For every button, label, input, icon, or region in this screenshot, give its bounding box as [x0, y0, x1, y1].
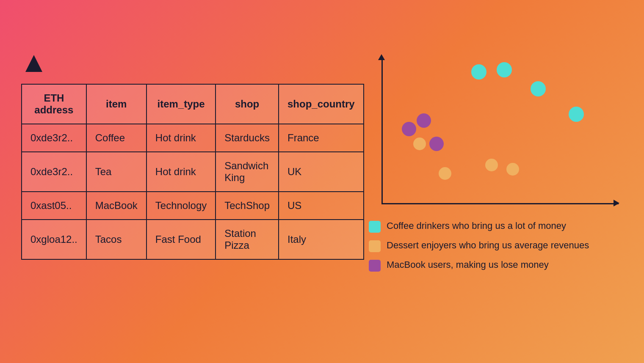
cell-r3-c4: Italy: [279, 220, 364, 259]
cell-r2-c1: MacBook: [86, 192, 146, 220]
table-row: 0xgloa12..TacosFast FoodStation PizzaIta…: [22, 220, 364, 259]
legend-color-1: [369, 240, 381, 252]
col-header-shop: shop: [216, 84, 279, 124]
scatter-dot-cyan-0: [471, 64, 486, 80]
cell-r2-c4: US: [279, 192, 364, 220]
col-header-item-type: item_type: [146, 84, 216, 124]
scatter-dot-orange-7: [506, 163, 519, 176]
cell-r0-c4: France: [279, 124, 364, 152]
scatter-dot-cyan-3: [569, 107, 584, 122]
x-axis-arrow: [614, 200, 619, 206]
cell-r3-c3: Station Pizza: [216, 220, 279, 259]
cell-r3-c1: Tacos: [86, 220, 146, 259]
table-row: 0xde3r2..TeaHot drinkSandwich KingUK: [22, 152, 364, 192]
table-row: 0xde3r2..CoffeeHot drinkStarducksFrance: [22, 124, 364, 152]
legend-color-0: [369, 221, 381, 233]
scatter-dot-purple-8: [402, 122, 416, 136]
legend-label-2: MacBook users, making us lose money: [387, 259, 549, 271]
cell-r2-c0: 0xast05..: [22, 192, 86, 220]
page-title: [0, 0, 644, 17]
cell-r1-c3: Sandwich King: [216, 152, 279, 192]
cell-r0-c0: 0xde3r2..: [22, 124, 86, 152]
col-header-item: item: [86, 84, 146, 124]
legend-item-2: MacBook users, making us lose money: [369, 259, 631, 272]
x-axis: [381, 203, 619, 204]
data-table: ETH address item item_type shop shop_cou…: [21, 84, 364, 260]
cell-r1-c4: UK: [279, 152, 364, 192]
cell-r1-c1: Tea: [86, 152, 146, 192]
scatter-dot-orange-4: [413, 138, 426, 150]
table-header-row: ETH address item item_type shop shop_cou…: [22, 84, 364, 124]
scatter-dot-orange-5: [439, 167, 451, 180]
legend-item-0: Coffee drinkers who bring us a lot of mo…: [369, 220, 631, 233]
cell-r2-c3: TechShop: [216, 192, 279, 220]
cell-r1-c2: Hot drink: [146, 152, 216, 192]
table-body: 0xde3r2..CoffeeHot drinkStarducksFrance0…: [22, 124, 364, 259]
cell-r3-c0: 0xgloa12..: [22, 220, 86, 259]
col-header-eth: ETH address: [22, 84, 86, 124]
cell-r0-c1: Coffee: [86, 124, 146, 152]
legend-color-2: [369, 260, 381, 272]
right-panel: Coffee drinkers who bring us a lot of mo…: [356, 59, 631, 322]
scatter-chart: [369, 59, 623, 216]
scatter-dot-purple-10: [429, 137, 444, 151]
chart-legend: Coffee drinkers who bring us a lot of mo…: [369, 220, 631, 272]
scatter-dot-cyan-1: [497, 62, 512, 77]
cell-r0-c2: Hot drink: [146, 124, 216, 152]
logo-area: [25, 55, 360, 72]
col-header-shop-country: shop_country: [279, 84, 364, 124]
tableland-logo-icon: [25, 55, 42, 72]
scatter-dot-purple-9: [417, 113, 431, 128]
scatter-dot-orange-6: [485, 159, 498, 171]
scatter-dot-cyan-2: [531, 81, 546, 96]
legend-label-1: Dessert enjoyers who bring us average re…: [387, 239, 589, 252]
y-axis: [381, 59, 383, 203]
cell-r0-c3: Starducks: [216, 124, 279, 152]
table-row: 0xast05..MacBookTechnologyTechShopUS: [22, 192, 364, 220]
cell-r2-c2: Technology: [146, 192, 216, 220]
legend-label-0: Coffee drinkers who bring us a lot of mo…: [387, 220, 566, 232]
cell-r3-c2: Fast Food: [146, 220, 216, 259]
left-panel: ETH address item item_type shop shop_cou…: [21, 55, 360, 260]
cell-r1-c0: 0xde3r2..: [22, 152, 86, 192]
legend-item-1: Dessert enjoyers who bring us average re…: [369, 239, 631, 252]
